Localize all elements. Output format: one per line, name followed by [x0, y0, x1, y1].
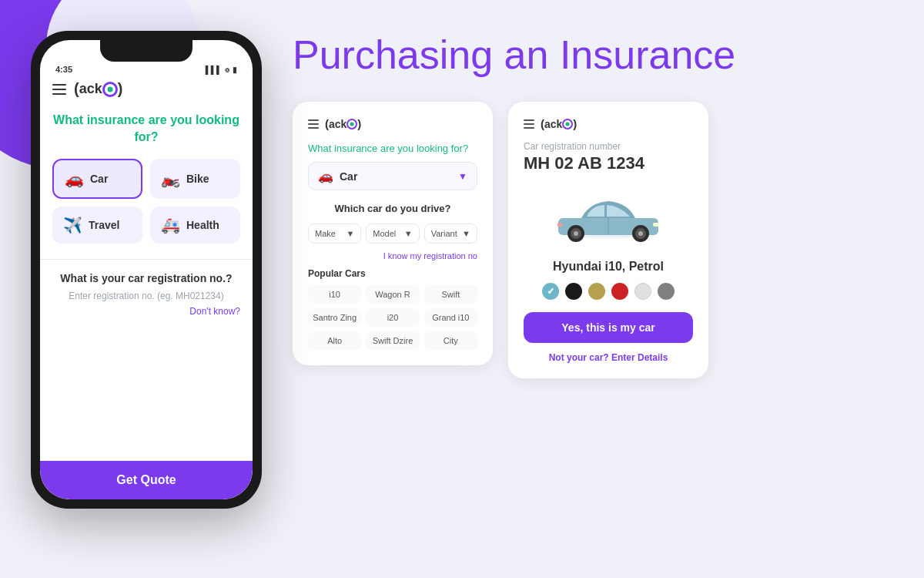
car-reg-label: Car registration number: [524, 141, 693, 152]
color-option-gray[interactable]: [658, 283, 675, 300]
mini-card-header: ( ack ): [308, 117, 477, 130]
bike-icon: 🏍️: [161, 170, 180, 188]
color-option-gold[interactable]: [588, 283, 605, 300]
make-model-variant-row: Make ▼ Model ▼ Variant ▼: [308, 223, 477, 244]
popular-car-i10[interactable]: i10: [308, 285, 361, 304]
svg-rect-9: [653, 223, 659, 227]
insurance-card-health[interactable]: 🚑 Health: [150, 207, 240, 244]
popular-car-i20[interactable]: i20: [366, 308, 419, 327]
signal-icon: ▌▌▌: [206, 66, 222, 74]
popular-cars-title: Popular Cars: [308, 268, 477, 279]
insurance-grid: 🚗 Car 🏍️ Bike ✈️ Travel 🚑: [52, 159, 240, 244]
make-dropdown[interactable]: Make ▼: [308, 223, 361, 244]
model-label: Model: [373, 229, 396, 238]
color-option-red[interactable]: [611, 283, 628, 300]
popular-car-santro[interactable]: Santro Zing: [308, 308, 361, 327]
svg-rect-10: [557, 223, 562, 227]
popular-cars-grid: i10 Wagon R Swift Santro Zing i20 Grand …: [308, 285, 477, 350]
mini-insurance-question: What insurance are you looking for?: [308, 143, 477, 154]
insurance-card-car[interactable]: 🚗 Car: [52, 159, 142, 199]
car-logo-bracket-r: ): [573, 117, 577, 130]
variant-label: Variant: [431, 229, 457, 238]
not-your-car-text: Not your car? Enter Details: [524, 352, 693, 363]
car-name: Hyundai i10, Petrol: [524, 260, 693, 274]
hamburger-menu[interactable]: [52, 84, 66, 95]
travel-icon: ✈️: [63, 216, 82, 234]
car-card-hamburger[interactable]: [524, 119, 534, 129]
popular-car-wagonr[interactable]: Wagon R: [366, 285, 419, 304]
dont-know-link[interactable]: Don't know?: [52, 306, 240, 317]
car-logo-letters: ack: [544, 118, 562, 130]
logo-close-bracket: ): [118, 80, 123, 98]
main-container: 4:35 ▌▌▌ ⌾ ▮ ( ack: [0, 0, 924, 578]
reg-placeholder: Enter registration no. (eg. MH021234): [52, 291, 240, 301]
mini-acko-logo: ( ack ): [325, 117, 361, 130]
variant-dropdown[interactable]: Variant ▼: [424, 223, 477, 244]
phone-screen: 4:35 ▌▌▌ ⌾ ▮ ( ack: [40, 40, 253, 499]
travel-label: Travel: [89, 219, 119, 231]
battery-icon: ▮: [233, 66, 237, 74]
wifi-icon: ⌾: [225, 66, 229, 74]
color-option-blue[interactable]: ✓: [542, 283, 559, 300]
right-section: Purchasing an Insurance ( ack ): [293, 23, 893, 378]
enter-details-link[interactable]: Enter Details: [611, 352, 668, 363]
know-reg-link[interactable]: I know my registration no: [308, 251, 477, 260]
phone-header: ( ack ): [40, 74, 253, 104]
not-your-car-label: Not your car?: [549, 352, 609, 363]
status-time: 4:35: [55, 65, 72, 74]
car-icon: 🚗: [65, 170, 84, 188]
car-confirmation-card: ( ack ) Car registration number MH 02 AB…: [508, 102, 708, 378]
mini-hamburger[interactable]: [308, 119, 319, 129]
popular-car-alto[interactable]: Alto: [308, 331, 361, 350]
phone-notch: [100, 40, 192, 62]
which-car-title: Which car do you drive?: [308, 203, 477, 214]
logo-o: [102, 82, 118, 97]
confirm-car-button[interactable]: Yes, this is my car: [524, 312, 693, 343]
get-quote-button[interactable]: Get Quote: [40, 461, 253, 499]
health-icon: 🚑: [161, 216, 180, 234]
mini-car-icon: 🚗: [318, 169, 333, 183]
selected-checkmark: ✓: [547, 287, 554, 297]
model-dropdown[interactable]: Model ▼: [366, 223, 419, 244]
divider: [40, 259, 253, 260]
car-logo-dot: [566, 122, 570, 126]
svg-point-4: [574, 231, 578, 236]
car-reg-number: MH 02 AB 1234: [524, 153, 693, 173]
car-label: Car: [90, 173, 108, 185]
phone-status-bar: 4:35 ▌▌▌ ⌾ ▮: [40, 62, 253, 74]
acko-logo: ( ack ): [74, 80, 122, 98]
reg-question: What is your car registration no.?: [52, 272, 240, 284]
popular-car-swift[interactable]: Swift: [424, 285, 477, 304]
insurance-select-card: ( ack ) What insurance are you looking f…: [293, 102, 493, 365]
insurance-card-bike[interactable]: 🏍️ Bike: [150, 159, 240, 199]
color-option-black[interactable]: [565, 283, 582, 300]
car-card-header: ( ack ): [524, 117, 693, 130]
model-arrow: ▼: [404, 229, 413, 238]
mini-car-dropdown[interactable]: 🚗 Car ▼: [308, 162, 477, 190]
color-option-silver[interactable]: [634, 283, 651, 300]
insurance-card-travel[interactable]: ✈️ Travel: [52, 207, 142, 244]
popular-car-grandi10[interactable]: Grand i10: [424, 308, 477, 327]
car-logo-o: [562, 119, 573, 129]
mini-logo-bracket-r: ): [357, 117, 361, 130]
mini-logo-dot: [350, 122, 354, 126]
popular-car-swiftdzire[interactable]: Swift Dzire: [366, 331, 419, 350]
logo-open-bracket: (: [74, 80, 79, 98]
dropdown-arrow-icon: ▼: [458, 171, 467, 182]
health-label: Health: [186, 219, 219, 231]
popular-car-city[interactable]: City: [424, 331, 477, 350]
phone-frame: 4:35 ▌▌▌ ⌾ ▮ ( ack: [31, 31, 262, 509]
mini-logo-o: [346, 119, 357, 129]
bike-label: Bike: [186, 173, 209, 185]
status-icons: ▌▌▌ ⌾ ▮: [206, 66, 237, 74]
cards-row: ( ack ) What insurance are you looking f…: [293, 102, 893, 378]
phone-mockup: 4:35 ▌▌▌ ⌾ ▮ ( ack: [31, 31, 262, 509]
insurance-question: What insurance are you looking for?: [52, 112, 240, 146]
make-label: Make: [315, 229, 336, 238]
car-illustration: [547, 186, 670, 247]
page-title: Purchasing an Insurance: [293, 31, 893, 79]
car-card-logo: ( ack ): [541, 117, 577, 130]
color-options: ✓: [524, 283, 693, 300]
car-image: [524, 186, 693, 250]
mini-logo-letters: ack: [329, 118, 346, 130]
